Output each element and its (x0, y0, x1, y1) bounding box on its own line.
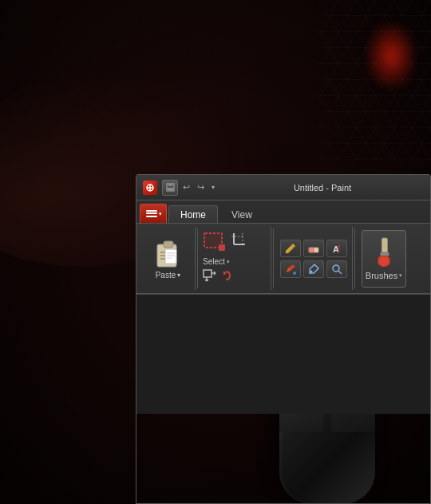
fill-button[interactable] (280, 260, 301, 278)
svg-rect-21 (204, 270, 212, 277)
brushes-group: Brushes ▾ (357, 227, 411, 290)
svg-rect-11 (165, 249, 176, 264)
eraser-button[interactable] (303, 240, 324, 257)
svg-rect-4 (168, 184, 172, 186)
paste-button[interactable]: Paste ▾ (151, 236, 186, 281)
svg-rect-40 (381, 252, 389, 256)
select-label: Select (203, 257, 225, 266)
tab-home[interactable]: Home (168, 205, 218, 223)
tab-view[interactable]: View (219, 205, 264, 223)
app-icon (143, 181, 157, 195)
rotate-flip-row (203, 269, 233, 285)
customize-qat-button[interactable]: ▾ (208, 181, 218, 194)
svg-point-37 (333, 265, 339, 272)
crop-button[interactable] (230, 232, 247, 252)
rotate-button[interactable] (219, 269, 233, 285)
group-separator-2 (273, 228, 274, 288)
ribbon: ▾ Home View (136, 200, 430, 294)
svg-rect-7 (164, 241, 173, 248)
svg-rect-39 (382, 238, 387, 254)
select-dropdown[interactable]: Select ▾ (203, 257, 230, 266)
window-title: Untitled - Paint (221, 183, 424, 192)
ribbon-content: Paste ▾ (136, 223, 430, 293)
paste-icon (154, 238, 183, 270)
menu-dropdown-arrow: ▾ (159, 211, 162, 217)
quick-access-toolbar: ↩ ↪ ▾ (162, 180, 218, 196)
undo-button[interactable]: ↩ (180, 181, 192, 194)
brushes-icon (370, 236, 398, 268)
pencil-button[interactable] (280, 240, 301, 257)
redo-button[interactable]: ↪ (194, 181, 207, 194)
red-glow-decoration (367, 24, 415, 88)
brushes-group-content: Brushes ▾ (362, 228, 406, 288)
select-button[interactable] (203, 232, 227, 252)
clipboard-group-content: Paste ▾ (151, 228, 186, 288)
paste-dropdown-arrow: ▾ (177, 272, 180, 279)
svg-rect-31 (309, 248, 314, 252)
paste-dropdown[interactable]: Paste ▾ (156, 271, 181, 280)
brushes-button[interactable]: Brushes ▾ (362, 230, 406, 288)
image-group-content: Select ▾ (203, 228, 267, 288)
group-separator-3 (354, 228, 355, 288)
svg-rect-16 (219, 244, 225, 251)
tools-group-content: A (280, 228, 347, 288)
resize-button[interactable] (203, 269, 217, 285)
paint-window: ↩ ↪ ▾ Untitled - Paint ▾ Home (136, 174, 431, 504)
color-picker-button[interactable] (303, 260, 324, 278)
svg-rect-5 (168, 188, 173, 191)
select-dropdown-arrow: ▾ (227, 259, 230, 265)
brushes-label: Brushes (366, 271, 397, 280)
svg-point-35 (293, 272, 296, 275)
text-button[interactable]: A (326, 240, 347, 257)
magnifier-button[interactable] (326, 260, 347, 278)
brushes-dropdown-arrow: ▾ (399, 272, 402, 279)
menu-icon (145, 209, 158, 219)
paint-canvas[interactable] (136, 294, 430, 414)
group-separator-1 (197, 228, 198, 288)
ribbon-tabs: ▾ Home View (136, 200, 430, 223)
svg-line-38 (338, 271, 342, 274)
save-button[interactable] (162, 180, 178, 196)
tab-file-menu[interactable]: ▾ (140, 204, 167, 223)
svg-point-36 (310, 270, 313, 272)
image-group: Select ▾ (200, 227, 271, 290)
tools-group: A (275, 227, 353, 290)
title-bar: ↩ ↪ ▾ Untitled - Paint (136, 175, 430, 200)
clipboard-group: Paste ▾ (141, 227, 196, 290)
